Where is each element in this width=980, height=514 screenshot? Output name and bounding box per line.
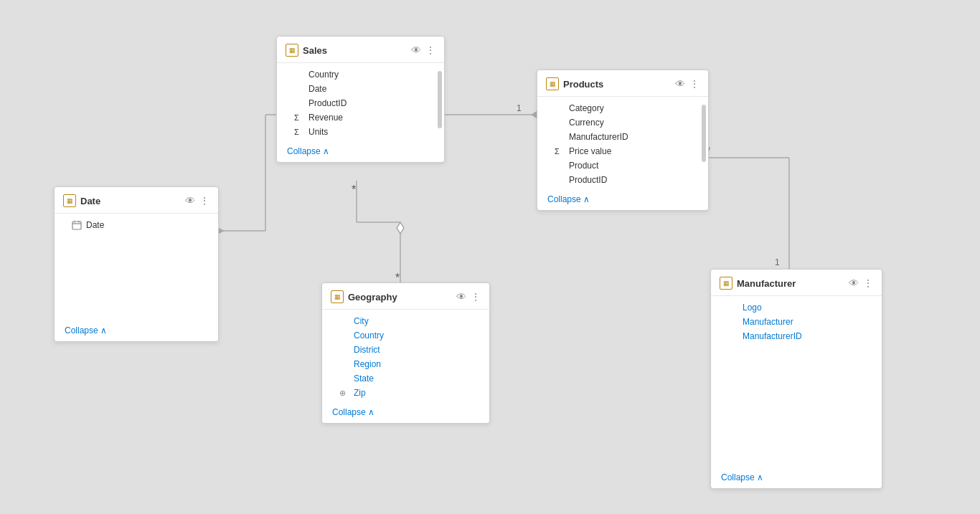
sales-collapse[interactable]: Collapse ∧ (277, 143, 444, 162)
svg-text:1: 1 (517, 103, 522, 113)
manufacturer-eye-icon[interactable]: 👁 (849, 277, 859, 289)
products-table-body: Category Currency ManufacturerID ΣPrice … (537, 97, 708, 191)
products-field-manufacturerid: ManufacturerID (537, 130, 708, 144)
geography-table-body: City Country District Region State ⊕Zip (322, 310, 489, 404)
manufacturer-field-logo: Logo (711, 300, 882, 315)
sales-table-header: ▦ Sales 👁 ⋮ (277, 37, 444, 63)
geography-field-region: Region (322, 357, 489, 371)
geography-more-icon[interactable]: ⋮ (471, 291, 481, 303)
products-table-title: Products (563, 79, 671, 90)
sales-table-icon: ▦ (286, 44, 298, 57)
sales-field-date: Date (277, 82, 444, 96)
products-field-product: Product (537, 158, 708, 173)
products-table-header: ▦ Products 👁 ⋮ (537, 70, 708, 97)
manufacturer-table-title: Manufacturer (737, 278, 844, 289)
date-table-body: Date (55, 214, 218, 237)
manufacturer-field-manufacturer: Manufacturer (711, 315, 882, 329)
date-eye-icon[interactable]: 👁 (185, 195, 195, 206)
geography-field-district: District (322, 343, 489, 357)
date-table-title: Date (80, 196, 181, 206)
sales-more-icon[interactable]: ⋮ (425, 44, 435, 56)
date-field-date: Date (55, 218, 218, 232)
manufacturer-more-icon[interactable]: ⋮ (863, 277, 873, 289)
manufacturer-collapse[interactable]: Collapse ∧ (711, 470, 882, 488)
products-field-currency: Currency (537, 115, 708, 130)
sales-table-title: Sales (303, 45, 407, 56)
sales-field-revenue: ΣRevenue (277, 110, 444, 125)
products-field-pricevalue: ΣPrice value (537, 144, 708, 158)
sales-table: ▦ Sales 👁 ⋮ Country Date ProductID ΣReve… (276, 36, 445, 163)
manufacturer-field-manufacturerid: ManufacturerID (711, 329, 882, 343)
sales-field-country: Country (277, 67, 444, 82)
geography-field-country: Country (322, 328, 489, 343)
manufacturer-table-header: ▦ Manufacturer 👁 ⋮ (711, 270, 882, 296)
sales-eye-icon[interactable]: 👁 (411, 44, 421, 56)
svg-rect-21 (72, 222, 81, 229)
sales-field-productid: ProductID (277, 96, 444, 110)
geography-table: ▦ Geography 👁 ⋮ City Country District Re… (321, 282, 490, 424)
date-table: ▦ Date 👁 ⋮ Date Collapse ∧ (54, 186, 219, 342)
products-collapse[interactable]: Collapse ∧ (537, 191, 708, 210)
geography-table-header: ▦ Geography 👁 ⋮ (322, 283, 489, 310)
products-field-category: Category (537, 101, 708, 115)
geography-field-city: City (322, 314, 489, 328)
geography-collapse[interactable]: Collapse ∧ (322, 404, 489, 423)
geography-eye-icon[interactable]: 👁 (456, 291, 466, 303)
geography-field-state: State (322, 371, 489, 386)
geography-table-icon: ▦ (331, 290, 344, 303)
svg-marker-13 (397, 222, 404, 234)
sales-table-body: Country Date ProductID ΣRevenue ΣUnits (277, 63, 444, 143)
svg-marker-8 (531, 111, 537, 118)
geography-table-title: Geography (348, 292, 452, 303)
products-more-icon[interactable]: ⋮ (689, 78, 699, 90)
svg-text:*: * (352, 184, 356, 196)
geography-field-zip: ⊕Zip (322, 386, 489, 400)
date-table-icon: ▦ (63, 194, 76, 207)
diagram-canvas: * 1 * 1 * * * 1 ▦ Sales 👁 (0, 0, 980, 514)
sales-field-units: ΣUnits (277, 125, 444, 139)
svg-text:1: 1 (775, 257, 780, 267)
date-more-icon[interactable]: ⋮ (199, 195, 209, 206)
manufacturer-table-icon: ▦ (720, 277, 732, 290)
products-table-icon: ▦ (546, 77, 559, 90)
products-field-productid: ProductID (537, 173, 708, 187)
products-eye-icon[interactable]: 👁 (675, 78, 685, 90)
manufacturer-table: ▦ Manufacturer 👁 ⋮ Logo Manufacturer Man… (710, 269, 882, 489)
date-table-header: ▦ Date 👁 ⋮ (55, 187, 218, 214)
manufacturer-table-body: Logo Manufacturer ManufacturerID (711, 296, 882, 348)
products-table: ▦ Products 👁 ⋮ Category Currency Manufac… (537, 70, 709, 211)
date-collapse[interactable]: Collapse ∧ (55, 323, 218, 341)
svg-marker-3 (219, 228, 225, 234)
